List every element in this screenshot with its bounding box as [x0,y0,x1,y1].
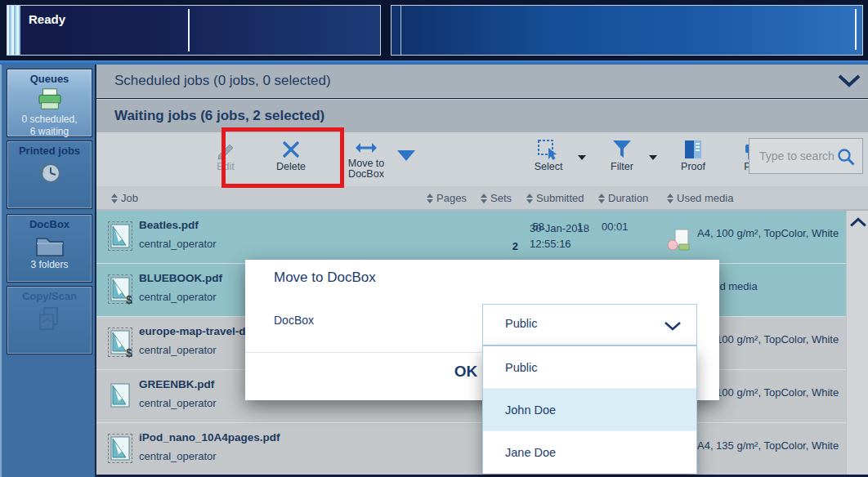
job-media: A4, 135 g/m², TopColor, White [697,439,839,452]
status-panel: Ready [7,5,381,56]
printer-controller-screen: Ready Queues 0 scheduled, 6 waiting Prin… [0,0,868,477]
dialog-title: Move to DocBox [274,270,376,286]
sort-icon [481,194,487,203]
move-to-docbox-button[interactable]: Move to DocBox [338,136,395,183]
sidebar-item-printed-jobs[interactable]: Printed jobs [7,140,92,209]
filter-funnel-icon [611,139,633,160]
filter-label: Filter [599,162,645,172]
move-arrow-icon [354,139,378,157]
document-icon [110,436,130,461]
sidebar: Queues 0 scheduled, 6 waiting Printed jo… [0,65,96,477]
waiting-jobs-title: Waiting jobs (6 jobs, 2 selected) [114,108,324,124]
dropdown-option-jane-doe[interactable]: Jane Doe [483,431,696,474]
history-clock-icon [36,159,64,187]
job-media: A4, 100 g/m², TopColor, White [697,227,839,239]
jobs-toolbar: Edit Delete Move to DocBox Select [96,132,868,186]
select-marquee-icon [537,139,560,160]
queues-scheduled-count: 0 scheduled, [7,114,92,126]
chevron-down-icon[interactable] [837,74,861,88]
select-menu-caret[interactable] [578,155,586,160]
sidebar-item-docbox[interactable]: DocBox 3 folders [7,214,92,283]
job-row[interactable]: Beatles.pdf central_operator 58 2 1 30-J… [96,211,846,264]
job-operator: central_operator [139,238,217,250]
column-header-duration[interactable]: Duration [598,192,648,204]
dialog-separator [245,352,482,353]
status-panel-divider [188,9,190,51]
docbox-field-label: DocBox [274,314,314,327]
scheduled-jobs-header[interactable]: Scheduled jobs (0 jobs, 0 selected) [96,65,868,98]
paid-job-badge: $ [126,346,132,359]
list-gutter [846,211,868,477]
chevron-down-icon [664,321,682,331]
sort-icon [598,194,605,203]
column-header-job[interactable]: Job [111,192,138,204]
column-header-pages[interactable]: Pages [427,192,467,204]
column-header-submitted[interactable]: Submitted [526,192,584,204]
job-operator: central_operator [139,397,217,409]
info-panel [391,5,863,56]
sort-icon [111,194,118,203]
move-to-docbox-label-line2: DocBox [338,169,395,180]
status-stripe-decoration [7,6,20,55]
filter-menu-caret[interactable] [649,155,657,160]
job-operator: central_operator [139,344,217,356]
sort-icon [667,194,673,203]
info-panel-tick [855,9,857,50]
copy-scan-icon [36,305,64,332]
job-submitted: 30-Jan-201812:55:16 [530,221,589,252]
jobs-table-header: Job Pages Sets Submitted Duration Used m… [96,186,868,211]
column-label-pages: Pages [436,192,467,204]
column-label-submitted: Submitted [536,192,584,204]
search-icon[interactable] [836,147,856,167]
sort-icon [526,194,533,203]
search-box [749,138,863,174]
sidebar-item-queues[interactable]: Queues 0 scheduled, 6 waiting [7,69,92,137]
search-input[interactable] [759,139,841,173]
move-to-docbox-dialog: Move to DocBox DocBox OK Public Public J… [245,260,719,400]
printer-status-text: Ready [29,12,65,26]
dropdown-option-john-doe[interactable]: John Doe [483,389,696,431]
scheduled-jobs-title: Scheduled jobs (0 jobs, 0 selected) [114,73,331,89]
proof-button[interactable]: Proof [670,136,716,183]
column-label-sets: Sets [490,192,512,204]
job-operator: central_operator [139,450,217,462]
folder-icon [34,233,66,257]
docbox-dropdown-list: Public John Doe Jane Doe [482,345,697,474]
copy-scan-label: Copy/Scan [7,290,92,302]
proof-label: Proof [670,162,716,172]
column-label-job: Job [121,192,138,204]
document-icon [110,383,130,408]
queues-label: Queues [7,73,92,85]
job-name: europe-map-travel-dest [139,325,262,337]
filter-button[interactable]: Filter [599,136,645,183]
docbox-label: DocBox [7,218,92,230]
sidebar-item-copy-scan[interactable]: Copy/Scan [7,286,92,354]
queues-waiting-count: 6 waiting [7,126,92,138]
printer-green-icon [35,87,65,112]
annotation-highlight-box [221,127,344,188]
job-name: GREENBK.pdf [139,378,214,390]
select-label: Select [526,162,571,172]
paid-job-badge: $ [126,293,132,306]
chevron-up-icon[interactable] [849,216,867,229]
status-bar: Ready [0,0,868,60]
printed-jobs-label: Printed jobs [7,145,92,157]
job-submitted-time: 12:55:16 [530,238,571,250]
docbox-dropdown[interactable]: Public [482,304,697,345]
waiting-jobs-header[interactable]: Waiting jobs (6 jobs, 2 selected) [96,99,868,132]
job-row[interactable]: iPod_nano_10A4pages.pdf central_operator… [96,423,846,476]
select-button[interactable]: Select [526,136,571,183]
column-header-sets[interactable]: Sets [481,192,512,204]
info-panel-divider [400,6,401,55]
column-header-used-media[interactable]: Used media [667,192,733,204]
media-icon [667,229,691,252]
docbox-dropdown-value: Public [505,317,538,330]
move-to-docbox-dropdown-caret[interactable] [397,150,415,161]
dropdown-option-public[interactable]: Public [483,346,696,389]
job-name: BLUEBOOK.pdf [139,272,222,284]
column-label-used-media: Used media [677,192,733,204]
job-duration: 00:01 [602,221,629,233]
proof-document-icon [682,139,705,160]
job-name: iPod_nano_10A4pages.pdf [139,431,280,444]
job-submitted-date: 30-Jan-2018 [530,222,589,234]
